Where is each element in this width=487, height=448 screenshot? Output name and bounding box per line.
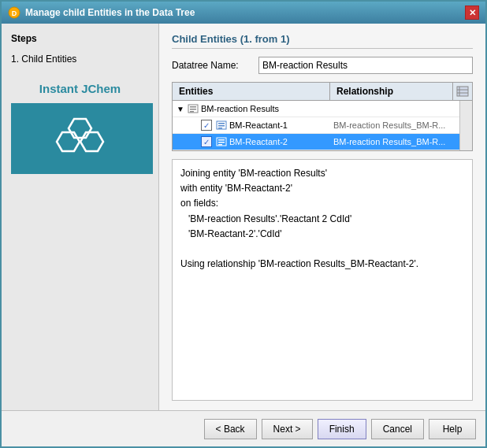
svg-text:D: D (12, 9, 17, 17)
table-row[interactable]: ✓ BM-Reactant-1 (173, 117, 472, 134)
svg-rect-15 (218, 125, 225, 127)
entities-table: Entities Relationship (172, 82, 473, 151)
col-entities: Entities (173, 83, 330, 100)
entity-icon (215, 120, 228, 131)
row-checkbox[interactable]: ✓ (201, 136, 212, 147)
svg-rect-18 (218, 139, 225, 141)
row-relationship: BM-reaction Results_BM-R... (330, 135, 472, 149)
section-title: Child Entities (1. from 1) (172, 33, 473, 49)
row-label: ▼ BM-reaction Results (173, 101, 330, 117)
svg-rect-19 (218, 142, 225, 143)
row-checkbox[interactable]: ✓ (201, 120, 212, 131)
cancel-button[interactable]: Cancel (371, 419, 424, 439)
finish-button[interactable]: Finish (318, 419, 366, 439)
scrollbar[interactable] (459, 101, 472, 150)
entity-icon (187, 103, 199, 114)
dialog-title: Manage child Entities in the Data Tree (25, 7, 195, 18)
datatree-label: Datatree Name: (172, 60, 258, 71)
svg-rect-10 (190, 106, 196, 108)
row-text: BM-Reactant-1 (229, 120, 288, 130)
dialog-window: D Manage child Entities in the Data Tree… (0, 0, 487, 448)
svg-rect-20 (218, 144, 222, 146)
back-button[interactable]: < Back (204, 419, 257, 439)
svg-rect-12 (190, 111, 194, 113)
row-relationship (330, 106, 472, 111)
title-bar-left: D Manage child Entities in the Data Tree (8, 6, 195, 19)
row-label: ✓ BM-Reactant-2 (173, 134, 330, 150)
description-text: Joining entity 'BM-reaction Results'with… (180, 168, 418, 269)
sidebar: Steps 1. Child Entities Instant JChem (2, 24, 159, 410)
row-text: BM-reaction Results (201, 104, 279, 113)
svg-marker-4 (80, 132, 103, 151)
svg-marker-2 (69, 119, 91, 138)
table-row[interactable]: ▼ BM-reaction Results (173, 101, 472, 117)
col-relationship: Relationship (330, 83, 453, 100)
title-bar: D Manage child Entities in the Data Tree… (2, 2, 485, 24)
main-content: Child Entities (1. from 1) Datatree Name… (159, 24, 485, 410)
row-text: BM-Reactant-2 (229, 137, 288, 146)
row-relationship: BM-reaction Results_BM-R... (330, 118, 472, 132)
help-button[interactable]: Help (429, 419, 476, 439)
datatree-name-input[interactable] (258, 57, 473, 74)
dialog-body: Steps 1. Child Entities Instant JChem Ch… (2, 24, 485, 410)
svg-marker-3 (57, 132, 80, 151)
entity-icon (215, 136, 228, 147)
steps-title: Steps (11, 33, 149, 44)
table-row[interactable]: ✓ BM-Reactant-2 (173, 134, 472, 150)
svg-rect-11 (190, 109, 196, 110)
table-scroll: ▼ BM-reaction Results (173, 101, 472, 150)
table-rows: ▼ BM-reaction Results (173, 101, 472, 150)
table-settings-icon[interactable] (453, 83, 472, 100)
svg-rect-14 (218, 123, 225, 124)
brand-logo (11, 103, 153, 174)
sidebar-step-1: 1. Child Entities (11, 52, 149, 66)
svg-rect-16 (218, 128, 222, 129)
row-label: ✓ BM-Reactant-1 (173, 117, 330, 133)
expand-icon[interactable]: ▼ (176, 104, 185, 113)
form-row: Datatree Name: (172, 57, 473, 74)
dialog-title-icon: D (8, 6, 20, 19)
brand-name: Instant JChem (11, 82, 149, 95)
next-button[interactable]: Next > (262, 419, 313, 439)
brand-logo-icon (54, 115, 110, 162)
dialog-footer: < Back Next > Finish Cancel Help (2, 410, 485, 446)
table-header: Entities Relationship (173, 83, 472, 101)
description-box: Joining entity 'BM-reaction Results'with… (172, 159, 473, 401)
svg-rect-5 (457, 87, 468, 96)
close-button[interactable]: ✕ (465, 6, 479, 20)
